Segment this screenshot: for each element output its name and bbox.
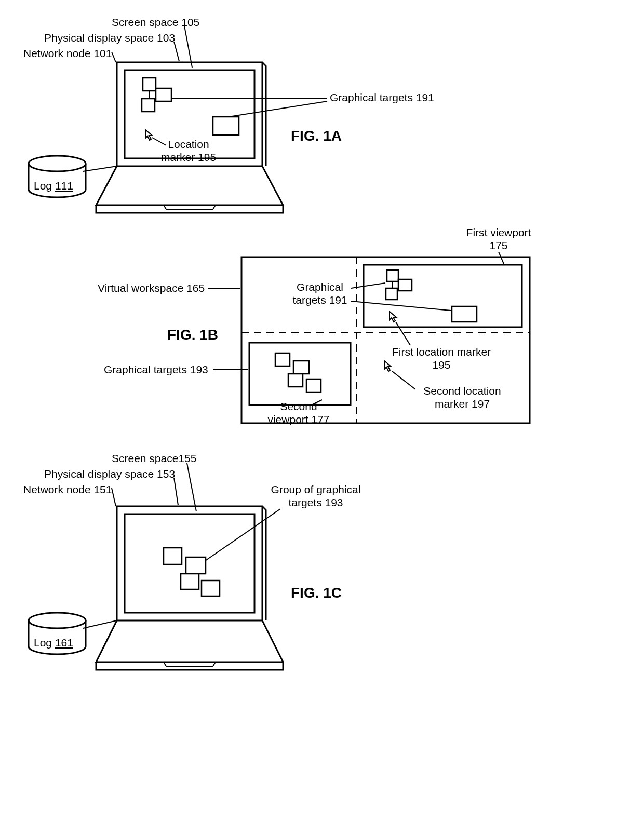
- text-175: 175: [489, 239, 507, 251]
- text-log-a: Log: [34, 180, 55, 192]
- svg-rect-23: [249, 343, 351, 405]
- label-virtual-workspace-165: Virtual workspace 165: [98, 281, 205, 294]
- label-network-node-151: Network node 151: [23, 483, 112, 496]
- fig-1a-title: FIG. 1A: [291, 127, 342, 145]
- text-marker-195: marker 195: [161, 151, 216, 163]
- fig-1b-title: FIG. 1B: [167, 326, 218, 344]
- svg-rect-2: [156, 88, 171, 101]
- label-screen-space-155: Screen space155: [112, 452, 196, 465]
- label-first-location-marker-195: First location marker 195: [377, 345, 506, 371]
- svg-line-30: [351, 283, 385, 288]
- label-first-viewport-175: First viewport 175: [447, 226, 551, 252]
- fig-1c-title: FIG. 1C: [291, 584, 342, 602]
- label-log-161: Log 161: [34, 636, 73, 649]
- text-second-loc: Second location: [423, 385, 501, 397]
- text-targets-193: targets 193: [288, 496, 343, 508]
- text-log-c: Log: [34, 637, 55, 649]
- svg-line-34: [396, 322, 410, 345]
- svg-line-28: [499, 252, 504, 264]
- text-graphical-b: Graphical: [297, 281, 343, 293]
- svg-point-41: [29, 613, 86, 628]
- svg-rect-39: [181, 574, 199, 589]
- svg-line-43: [174, 478, 178, 505]
- label-location-marker-195: Location marker 195: [157, 138, 220, 164]
- label-log-111: Log 111: [34, 179, 73, 192]
- svg-rect-3: [142, 99, 155, 112]
- label-graphical-targets-191-b: Graphical targets 191: [289, 280, 351, 306]
- svg-rect-24: [275, 353, 290, 366]
- svg-line-46: [83, 620, 117, 628]
- text-first-loc-marker: First location marker: [392, 346, 491, 358]
- svg-line-31: [351, 301, 451, 311]
- svg-rect-25: [293, 361, 309, 374]
- text-marker-197: marker 197: [435, 398, 490, 410]
- svg-rect-20: [386, 288, 397, 300]
- text-group-graphical: Group of graphical: [271, 483, 361, 495]
- svg-rect-27: [306, 379, 321, 392]
- patent-figure-page: Screen space 105 Physical display space …: [0, 0, 644, 823]
- label-second-location-marker-197: Second location marker 197: [410, 384, 514, 410]
- text-location: Location: [168, 138, 209, 150]
- svg-rect-1: [143, 78, 156, 91]
- label-group-graphical-targets-193: Group of graphical targets 193: [251, 483, 381, 509]
- svg-line-11: [229, 101, 327, 117]
- svg-line-44: [112, 488, 116, 506]
- label-second-viewport-177: Second viewport 177: [262, 400, 335, 426]
- svg-rect-22: [452, 306, 477, 322]
- text-first-viewport: First viewport: [466, 226, 531, 238]
- svg-point-6: [29, 156, 86, 171]
- svg-rect-37: [164, 548, 182, 564]
- svg-rect-18: [387, 270, 398, 281]
- svg-line-9: [112, 52, 116, 62]
- svg-rect-19: [398, 279, 412, 291]
- svg-rect-17: [364, 265, 522, 327]
- label-phys-display-103: Physical display space 103: [44, 31, 175, 44]
- label-phys-display-153: Physical display space 153: [44, 467, 175, 480]
- text-viewport-177: viewport 177: [267, 413, 329, 425]
- svg-rect-40: [202, 581, 220, 596]
- label-screen-space-105: Screen space 105: [112, 16, 199, 29]
- text-111: 111: [55, 180, 73, 192]
- svg-line-13: [83, 166, 117, 171]
- text-195: 195: [432, 359, 450, 371]
- svg-rect-38: [186, 557, 206, 574]
- svg-line-7: [184, 26, 192, 68]
- svg-rect-36: [125, 514, 254, 613]
- label-network-node-101: Network node 101: [23, 47, 112, 60]
- label-graphical-targets-193: Graphical targets 193: [104, 363, 208, 376]
- svg-line-8: [174, 42, 179, 61]
- svg-line-45: [205, 509, 280, 561]
- text-targets-191-b: targets 191: [292, 294, 347, 306]
- svg-rect-5: [213, 117, 239, 135]
- text-161: 161: [55, 637, 73, 649]
- svg-line-42: [187, 463, 196, 511]
- label-graphical-targets-191: Graphical targets 191: [330, 91, 434, 104]
- svg-rect-26: [288, 374, 303, 387]
- text-second: Second: [280, 400, 317, 412]
